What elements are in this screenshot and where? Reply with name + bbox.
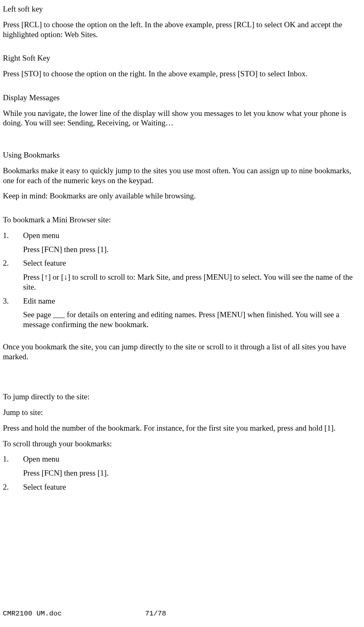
step-title: Select feature [23,482,355,492]
list-item: 3. Edit name See page ___ for details on… [3,296,355,330]
text-left-soft-key: Press [RCL] to choose the option on the … [3,20,355,40]
step-number: 2. [3,482,23,496]
footer-filename: CMR2100 UM.doc [3,609,145,618]
step-body: See page ___ for details on entering and… [23,310,355,330]
page-content: Left soft key Press [RCL] to choose the … [0,0,364,627]
list-item: 2. Select feature Press [↑] or [↓] to sc… [3,258,355,292]
step-title: Open menu [23,454,355,464]
steps-to-scroll: 1. Open menu Press [FCN] then press [1].… [3,454,355,496]
step-number: 1. [3,454,23,478]
step-title: Select feature [23,258,355,268]
step-number: 1. [3,231,23,255]
heading-to-bookmark: To bookmark a Mini Browser site: [3,215,355,225]
list-item: 1. Open menu Press [FCN] then press [1]. [3,454,355,478]
step-number: 3. [3,296,23,330]
step-title: Edit name [23,296,355,306]
text-using-bookmarks-2: Keep in mind: Bookmarks are only availab… [3,191,355,201]
text-right-soft-key: Press [STO] to choose the option on the … [3,69,355,79]
list-item: 1. Open menu Press [FCN] then press [1]. [3,231,355,255]
text-using-bookmarks-1: Bookmarks make it easy to quickly jump t… [3,166,355,186]
heading-right-soft-key: Right Soft Key [3,53,355,63]
subheading-jump-to-site: Jump to site: [3,408,355,417]
text-jump-body: Press and hold the number of the bookmar… [3,423,355,433]
footer-page-number: 71/78 [145,609,355,618]
step-number: 2. [3,258,23,292]
step-title: Open menu [23,231,355,240]
heading-to-scroll: To scroll through your bookmarks: [3,439,355,449]
steps-to-bookmark: 1. Open menu Press [FCN] then press [1].… [3,231,355,330]
page-footer: CMR2100 UM.doc 71/78 [3,609,355,618]
text-after-bookmark: Once you bookmark the site, you can jump… [3,342,355,362]
heading-to-jump: To jump directly to the site: [3,392,355,402]
heading-using-bookmarks: Using Bookmarks [3,150,355,160]
text-display-messages: While you navigate, the lower line of th… [3,108,355,128]
step-body: Press [FCN] then press [1]. [23,245,355,255]
list-item: 2. Select feature [3,482,355,496]
step-body: Press [↑] or [↓] to scroll to scroll to:… [23,272,355,292]
step-body: Press [FCN] then press [1]. [23,468,355,478]
heading-left-soft-key: Left soft key [3,4,355,14]
heading-display-messages: Display Messages [3,93,355,103]
